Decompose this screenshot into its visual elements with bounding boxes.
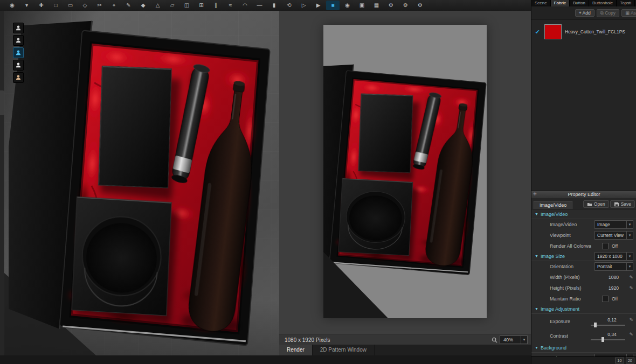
assign-button[interactable]: ▣ Assi [621, 9, 636, 17]
property-label: Render All Colorwa [550, 243, 591, 249]
collapse-triangle-icon[interactable]: ▼ [535, 212, 538, 216]
open-button[interactable]: Open [583, 200, 609, 208]
marker-tool-icon[interactable]: ▮ [267, 1, 281, 10]
tab-topsti[interactable]: Topsti [617, 0, 635, 6]
tab-2d-pattern-window[interactable]: 2D Pattern Window [313, 345, 375, 355]
copy-button[interactable]: ⧉ Copy [597, 9, 619, 17]
wave-tool-icon[interactable]: ≈ [224, 1, 237, 10]
pen-tool-icon[interactable]: ✎ [122, 1, 135, 10]
bottom-strip [0, 355, 531, 364]
toolbar-group-left: ◉▾✚□▭◇✂⌖✎◆△▱◫⊞∥≈◠—▮ [5, 0, 281, 11]
value-dropdown[interactable]: Image▾ [594, 220, 633, 229]
slider-control: 0,34✎ [591, 332, 633, 340]
slider-handle[interactable] [602, 337, 604, 342]
add-button[interactable]: + Add [575, 9, 594, 17]
property-label: Height (Pixels) [550, 285, 582, 291]
save-button[interactable]: Save [610, 200, 635, 208]
person-icon [15, 74, 22, 81]
parallelogram-tool-icon[interactable]: ▱ [165, 1, 179, 10]
cut-tool-icon[interactable]: ✂ [93, 1, 106, 10]
collapse-triangle-icon[interactable]: ▼ [535, 307, 538, 311]
render-settings-gear-icon[interactable]: ⚙ [384, 1, 398, 10]
property-row: Image/VideoImage▾ [531, 219, 636, 230]
tab-scene[interactable]: Scene [531, 0, 551, 6]
line-tool-icon[interactable]: — [253, 1, 266, 10]
edit-icon[interactable]: ✎ [629, 275, 633, 280]
collapse-triangle-icon[interactable]: ▼ [535, 254, 538, 258]
3d-viewport[interactable] [4, 11, 279, 355]
show-pattern-button[interactable] [13, 60, 24, 71]
section-header[interactable]: ▼Image/Video [531, 209, 636, 219]
reset-view-icon[interactable]: ⟲ [282, 1, 296, 10]
slider-handle[interactable] [594, 323, 597, 327]
slider-track[interactable] [591, 325, 625, 326]
triangle-tool-icon[interactable]: △ [151, 1, 164, 10]
curve-tool-icon[interactable]: ◠ [238, 1, 252, 10]
zoom-dropdown[interactable]: 40% ▾ [500, 335, 528, 344]
slider-track[interactable] [591, 339, 625, 340]
property-row: Height (Pixels)1920✎ [531, 283, 636, 293]
sync-settings-gear-icon[interactable]: ⚙ [399, 1, 412, 10]
pin-tool-icon[interactable]: ◆ [136, 1, 150, 10]
section-header[interactable]: ▼Image Size1920 x 1080▾ [531, 251, 636, 261]
property-group: ▼Image Size1920 x 1080▾OrientationPortra… [531, 251, 636, 304]
polygon-tool-icon[interactable]: ◇ [78, 1, 92, 10]
section-title: Background [541, 345, 566, 351]
seam-tool-icon[interactable]: ∥ [209, 1, 223, 10]
value-dropdown[interactable]: Portrait▾ [594, 262, 633, 271]
disk-icon [614, 202, 619, 207]
add-point-tool-icon[interactable]: ✚ [34, 1, 48, 10]
edit-icon[interactable]: ✎ [629, 332, 633, 337]
footer-button-20[interactable]: 20 [626, 358, 634, 363]
property-label: Orientation [550, 264, 573, 269]
stop-icon[interactable]: ◉ [341, 1, 354, 10]
active-render-mode-icon[interactable]: ■ [326, 1, 340, 10]
snapshot-icon[interactable]: ▣ [355, 1, 369, 10]
grid-tool-icon[interactable]: ⊞ [195, 1, 208, 10]
section-header[interactable]: ▼Background [531, 343, 636, 353]
checkbox[interactable] [602, 296, 609, 302]
target-tool-icon[interactable]: ⌖ [107, 1, 121, 10]
rectangle-tool-icon[interactable]: □ [49, 1, 63, 10]
config-gear-icon[interactable]: ⚙ [413, 1, 427, 10]
tab-render[interactable]: Render [279, 345, 313, 355]
show-avatar-1-button[interactable] [13, 23, 24, 33]
section-value-dropdown[interactable]: 1920 x 1080▾ [594, 252, 633, 261]
tab-image-video[interactable]: Image/Video [534, 201, 572, 209]
play-animation-icon[interactable]: ▷ [297, 1, 310, 10]
tab-buttonhole[interactable]: Buttonhole [589, 0, 617, 6]
fabric-swatch[interactable] [544, 24, 562, 39]
select-tool-icon[interactable]: ▾ [20, 1, 33, 10]
avatar-menu-icon[interactable]: ◉ [5, 1, 19, 10]
property-row: Width (Pixels)1080✎ [531, 272, 636, 283]
tab-fabric[interactable]: Fabric [551, 0, 570, 6]
footer-button-10[interactable]: 10 [615, 358, 624, 363]
edit-icon[interactable]: ✎ [629, 317, 633, 323]
value-dropdown[interactable]: Current View▾ [594, 231, 633, 240]
render-window [279, 11, 531, 334]
camera-icon[interactable]: ▦ [370, 1, 383, 10]
render-tab-strip: Render 2D Pattern Window [279, 345, 531, 355]
slider-value-row: 0,34✎ [598, 332, 633, 337]
property-editor-tabrow: Image/Video Open Save [531, 198, 636, 209]
panel-expand-icon[interactable]: ✛ [533, 191, 537, 198]
section-header[interactable]: ▼Image Adjustment [531, 304, 636, 314]
property-control: Image▾ [594, 220, 633, 229]
property-label: Image/Video [550, 222, 577, 227]
magnifier-icon [492, 337, 497, 343]
property-label: Exposure [550, 319, 570, 324]
edit-icon[interactable]: ✎ [629, 285, 633, 291]
show-garment-button[interactable] [13, 47, 24, 58]
left-panel-handle[interactable] [0, 90, 4, 115]
show-avatar-2-button[interactable] [13, 35, 24, 46]
checkbox-label: Off [612, 243, 633, 249]
person-icon [15, 25, 22, 31]
show-skin-button[interactable] [13, 72, 24, 83]
collapse-triangle-icon[interactable]: ▼ [535, 346, 538, 349]
record-icon[interactable]: ▶ [312, 1, 325, 10]
pattern-tool-icon[interactable]: ▭ [64, 1, 77, 10]
mirror-tool-icon[interactable]: ◫ [180, 1, 193, 10]
tab-button[interactable]: Button [570, 0, 589, 6]
checkbox[interactable] [602, 243, 609, 249]
fabric-list-item[interactable]: ✔Heavy_Cotton_Twill_FCL1PS [531, 20, 636, 44]
